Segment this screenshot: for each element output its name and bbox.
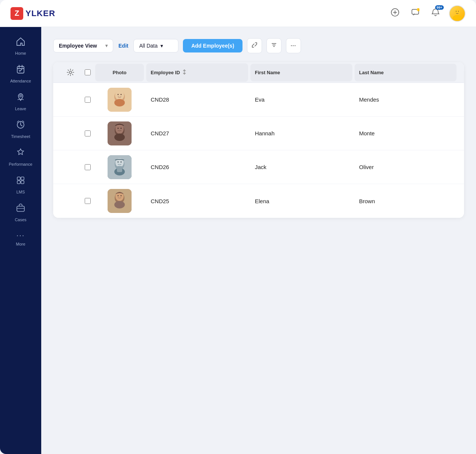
more-icon: ··· xyxy=(16,231,25,240)
svg-point-10 xyxy=(458,11,459,12)
row-firstname-3: Jack xyxy=(250,159,352,175)
main-layout: Home Attendance xyxy=(0,27,476,454)
toolbar: Employee View ▾ Edit All Data ▾ Add Empl… xyxy=(53,38,464,53)
sidebar-item-cases[interactable]: Cases xyxy=(4,199,37,226)
row-select-2[interactable] xyxy=(85,130,91,136)
sidebar-item-attendance[interactable]: Attendance xyxy=(4,61,37,87)
row-empid-3: CND26 xyxy=(146,159,248,175)
row-firstname-1: Eva xyxy=(250,92,352,107)
svg-point-9 xyxy=(456,11,457,12)
header-icons: ? 99+ xyxy=(388,5,466,22)
sidebar-item-timesheet[interactable]: Timesheet xyxy=(4,116,37,142)
sidebar-item-lms[interactable]: LMS xyxy=(4,172,37,198)
svg-point-52 xyxy=(114,201,125,208)
sidebar-item-performance[interactable]: Performance xyxy=(4,144,37,170)
logo-z-icon: Z xyxy=(10,7,23,20)
data-chevron-icon: ▾ xyxy=(160,43,163,49)
svg-point-36 xyxy=(118,127,119,129)
svg-point-15 xyxy=(20,95,22,97)
row-firstname-4: Elena xyxy=(250,193,352,209)
row-select-4[interactable] xyxy=(85,198,91,204)
timesheet-icon xyxy=(16,120,25,132)
row-select-3[interactable] xyxy=(85,164,91,170)
sort-icon[interactable] xyxy=(182,69,187,76)
leave-icon xyxy=(16,92,25,104)
add-employee-button[interactable]: Add Employee(s) xyxy=(183,39,242,52)
more-options-button[interactable]: ··· xyxy=(286,38,301,53)
sidebar-item-performance-label: Performance xyxy=(9,162,33,166)
row-lastname-1: Mendes xyxy=(355,92,457,107)
sidebar-item-leave[interactable]: Leave xyxy=(4,88,37,115)
col-header-employee-id[interactable]: Employee ID xyxy=(146,63,248,82)
lms-icon xyxy=(16,175,25,187)
sidebar-item-leave-label: Leave xyxy=(15,106,26,111)
table-row: CND28 Eva Mendes xyxy=(53,83,464,117)
user-avatar[interactable] xyxy=(449,5,466,22)
col-header-first-name: First Name xyxy=(250,64,352,81)
bell-icon xyxy=(431,8,440,18)
sidebar-item-more-label: More xyxy=(16,242,25,246)
svg-rect-46 xyxy=(117,166,122,172)
filter-button[interactable] xyxy=(266,38,281,53)
svg-point-31 xyxy=(121,94,122,95)
chat-button[interactable]: ? xyxy=(409,7,422,20)
filter-icon xyxy=(271,42,277,49)
svg-point-43 xyxy=(121,161,122,162)
row-empid-1: CND28 xyxy=(146,92,248,107)
row-photo-1 xyxy=(95,83,144,116)
table-header: Photo Employee ID First Name Last Name xyxy=(53,62,464,83)
svg-point-38 xyxy=(114,133,125,141)
chevron-down-icon: ▾ xyxy=(105,43,108,48)
sidebar-item-cases-label: Cases xyxy=(15,217,26,222)
view-selector[interactable]: Employee View ▾ xyxy=(53,39,113,52)
select-all-input[interactable] xyxy=(85,69,91,75)
svg-text:?: ? xyxy=(417,9,418,12)
svg-rect-19 xyxy=(17,181,20,184)
svg-point-26 xyxy=(69,71,72,73)
more-options-icon: ··· xyxy=(290,43,296,49)
performance-icon xyxy=(16,148,25,160)
row-photo-2 xyxy=(95,117,144,150)
logo-area: Z YLKER xyxy=(10,7,55,20)
row-empid-2: CND27 xyxy=(146,126,248,141)
table-row: CND25 Elena Brown xyxy=(53,184,464,218)
data-selector[interactable]: All Data ▾ xyxy=(133,39,178,52)
chat-icon: ? xyxy=(411,8,419,18)
notifications-button[interactable]: 99+ xyxy=(429,7,442,20)
row-checkbox-3[interactable] xyxy=(80,164,95,170)
employee-photo-4 xyxy=(108,189,132,213)
employee-photo-2 xyxy=(108,121,132,145)
row-lastname-3: Oliver xyxy=(355,159,457,175)
svg-point-51 xyxy=(121,195,122,196)
table-row: CND27 Hannah Monte xyxy=(53,117,464,150)
row-checkbox-4[interactable] xyxy=(80,198,95,204)
row-empid-4: CND25 xyxy=(146,193,248,209)
view-selector-label: Employee View xyxy=(59,43,97,49)
row-checkbox-1[interactable] xyxy=(80,97,95,103)
row-lastname-4: Brown xyxy=(355,193,457,209)
column-settings[interactable] xyxy=(61,62,80,82)
sidebar-item-home[interactable]: Home xyxy=(4,33,37,59)
content-area: Employee View ▾ Edit All Data ▾ Add Empl… xyxy=(41,27,476,454)
expand-icon xyxy=(251,42,257,49)
add-icon xyxy=(391,8,399,18)
sidebar: Home Attendance xyxy=(0,27,41,454)
select-all-checkbox[interactable] xyxy=(80,63,95,81)
expand-button[interactable] xyxy=(247,38,262,53)
row-select-1[interactable] xyxy=(85,97,91,103)
add-button[interactable] xyxy=(388,7,402,20)
svg-rect-18 xyxy=(21,177,24,180)
sidebar-item-attendance-label: Attendance xyxy=(10,79,31,83)
row-checkbox-2[interactable] xyxy=(80,130,95,136)
sidebar-item-timesheet-label: Timesheet xyxy=(11,134,30,139)
col-header-photo: Photo xyxy=(95,64,144,81)
col-header-last-name: Last Name xyxy=(355,64,457,81)
svg-point-29 xyxy=(115,90,124,100)
sidebar-item-more[interactable]: ··· More xyxy=(4,227,37,250)
svg-rect-17 xyxy=(17,177,20,180)
top-header: Z YLKER ? xyxy=(0,0,476,27)
edit-button[interactable]: Edit xyxy=(118,41,129,50)
table-row: CND26 Jack Oliver xyxy=(53,150,464,184)
employee-table: Photo Employee ID First Name Last Name xyxy=(53,62,464,218)
row-firstname-2: Hannah xyxy=(250,126,352,141)
